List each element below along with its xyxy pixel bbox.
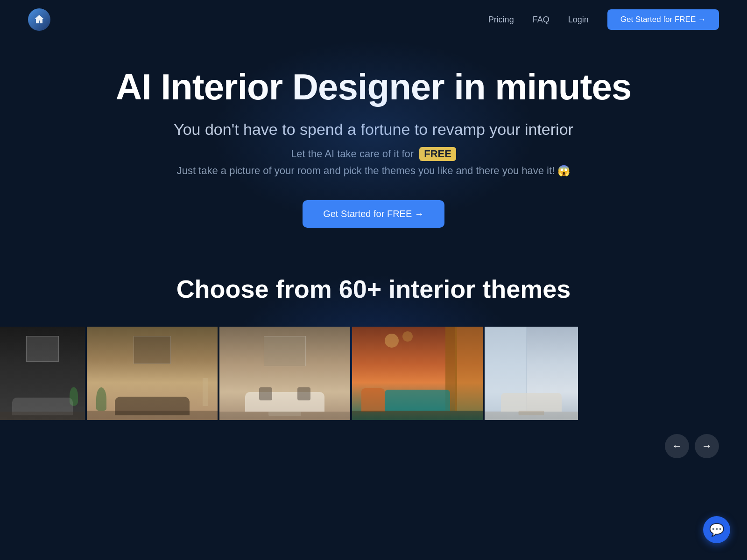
navbar: Pricing FAQ Login Get Started for FREE →: [0, 0, 747, 39]
theme-card-modern[interactable]: Modern: [0, 327, 85, 420]
room-image-minimalist: [219, 327, 350, 420]
hero-free-badge: FREE: [419, 147, 456, 161]
wall-art-minimalist: [264, 336, 306, 366]
chair-midcentury: [361, 388, 385, 412]
nav-links: Pricing FAQ Login Get Started for FREE →: [488, 9, 719, 30]
room-image-contemporary: [87, 327, 218, 420]
wall-decor2: [402, 331, 413, 342]
floor-minimalist: [219, 412, 350, 420]
window-midcentury: [455, 327, 483, 411]
room-image-scandinavian: [485, 327, 578, 420]
theme-card-minimalist[interactable]: Minimalist: [219, 327, 350, 420]
nav-link-login[interactable]: Login: [568, 15, 589, 25]
svg-point-0: [38, 16, 40, 18]
carousel-prev-button[interactable]: ←: [665, 434, 689, 458]
wall-decor1: [385, 334, 399, 348]
carousel-track: Modern Contemporary: [0, 327, 747, 420]
carousel-navigation: ← →: [0, 420, 747, 458]
hero-cta-button[interactable]: Get Started for FREE →: [303, 200, 444, 228]
logo-icon: [28, 8, 50, 31]
nav-cta-button[interactable]: Get Started for FREE →: [607, 9, 719, 30]
hero-title: AI Interior Designer in minutes: [9, 67, 738, 107]
decor-plant2: [96, 387, 106, 411]
hero-section: AI Interior Designer in minutes You don'…: [0, 39, 747, 246]
chat-bubble-button[interactable]: 💬: [703, 516, 730, 543]
carousel-next-button[interactable]: →: [695, 434, 719, 458]
wall-art-modern: [26, 336, 59, 362]
theme-card-contemporary[interactable]: Contemporary: [87, 327, 218, 420]
theme-card-midcentury[interactable]: Mid-Century: [352, 327, 483, 420]
wall-art-contemporary: [134, 336, 171, 364]
floor-midcentury: [352, 411, 483, 420]
themes-title: Choose from 60+ interior themes: [0, 274, 747, 303]
decor-lamp: [203, 378, 208, 406]
hero-subtitle-2: Let the AI take care of it for FREE: [9, 147, 738, 161]
nav-link-faq[interactable]: FAQ: [533, 15, 550, 25]
themes-carousel: Modern Contemporary: [0, 327, 747, 458]
theme-card-scandinavian[interactable]: Scandinavian: [485, 327, 578, 420]
room-image-midcentury: [352, 327, 483, 420]
logo[interactable]: [28, 8, 50, 31]
sofa-midcentury: [385, 390, 450, 411]
hero-subtitle-3: Just take a picture of your room and pic…: [9, 165, 738, 177]
floor-contemporary: [87, 411, 218, 420]
themes-section: Choose from 60+ interior themes Modern: [0, 274, 747, 458]
cushion1: [259, 387, 272, 400]
hero-subtitle-1: You don't have to spend a fortune to rev…: [9, 120, 738, 139]
cushion2: [297, 387, 310, 400]
sofa-minimalist: [245, 392, 324, 412]
room-image-modern: [0, 327, 85, 420]
sofa-scandinavian: [501, 393, 562, 412]
floor-modern: [0, 412, 85, 420]
floor-scandinavian: [485, 412, 578, 420]
hero-sub2-prefix: Let the AI take care of it for: [291, 148, 414, 160]
nav-link-pricing[interactable]: Pricing: [488, 15, 514, 25]
